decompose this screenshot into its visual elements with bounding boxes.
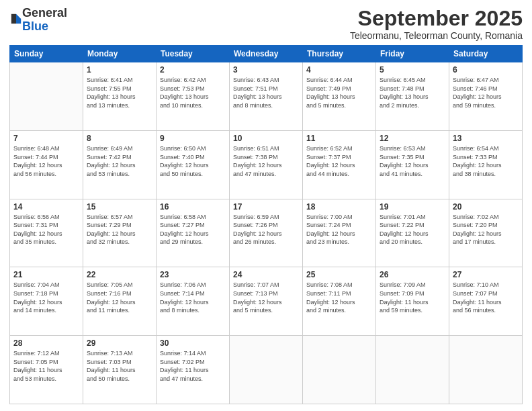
day-number: 10 [233,134,299,143]
table-row: 14Sunrise: 6:56 AM Sunset: 7:31 PM Dayli… [10,199,83,267]
month-title: September 2025 [350,7,523,30]
calendar-table: Sunday Monday Tuesday Wednesday Thursday… [9,45,523,404]
day-number: 28 [13,338,79,348]
day-number: 17 [233,202,299,212]
day-number: 7 [13,134,79,143]
logo-blue: Blue [22,19,48,33]
svg-marker-1 [16,19,21,24]
day-number: 6 [453,65,519,75]
table-row: 17Sunrise: 6:59 AM Sunset: 7:26 PM Dayli… [230,199,303,267]
table-row [449,336,523,404]
day-number: 29 [87,338,152,348]
day-info: Sunrise: 6:41 AM Sunset: 7:55 PM Dayligh… [87,76,152,109]
table-row: 7Sunrise: 6:48 AM Sunset: 7:44 PM Daylig… [10,130,83,199]
svg-marker-0 [16,14,21,19]
day-number: 4 [306,65,372,75]
day-info: Sunrise: 6:51 AM Sunset: 7:38 PM Dayligh… [233,144,299,178]
day-number: 25 [306,270,372,279]
day-info: Sunrise: 7:01 AM Sunset: 7:22 PM Dayligh… [380,213,445,246]
day-number: 3 [233,65,299,75]
table-row [303,336,376,404]
day-number: 16 [160,202,226,212]
table-row [376,336,449,404]
day-info: Sunrise: 6:45 AM Sunset: 7:48 PM Dayligh… [380,76,445,109]
calendar-week-0: 1Sunrise: 6:41 AM Sunset: 7:55 PM Daylig… [10,62,523,131]
day-info: Sunrise: 7:09 AM Sunset: 7:09 PM Dayligh… [380,281,445,314]
day-info: Sunrise: 6:54 AM Sunset: 7:33 PM Dayligh… [453,144,519,178]
title-block: September 2025 Teleormanu, Teleorman Cou… [350,7,523,41]
day-info: Sunrise: 6:48 AM Sunset: 7:44 PM Dayligh… [13,144,79,178]
logo-general: General [22,6,67,19]
table-row: 27Sunrise: 7:10 AM Sunset: 7:07 PM Dayli… [449,267,523,336]
table-row: 16Sunrise: 6:58 AM Sunset: 7:27 PM Dayli… [157,199,230,267]
day-info: Sunrise: 7:10 AM Sunset: 7:07 PM Dayligh… [453,281,519,314]
table-row: 18Sunrise: 7:00 AM Sunset: 7:24 PM Dayli… [303,199,376,267]
table-row: 10Sunrise: 6:51 AM Sunset: 7:38 PM Dayli… [230,130,303,199]
table-row: 22Sunrise: 7:05 AM Sunset: 7:16 PM Dayli… [83,267,157,336]
table-row: 8Sunrise: 6:49 AM Sunset: 7:42 PM Daylig… [83,130,157,199]
day-info: Sunrise: 7:06 AM Sunset: 7:14 PM Dayligh… [160,281,226,314]
table-row: 5Sunrise: 6:45 AM Sunset: 7:48 PM Daylig… [376,62,449,131]
day-info: Sunrise: 6:57 AM Sunset: 7:29 PM Dayligh… [87,213,152,246]
day-number: 12 [380,134,445,143]
table-row: 21Sunrise: 7:04 AM Sunset: 7:18 PM Dayli… [10,267,83,336]
day-number: 8 [87,134,152,143]
day-info: Sunrise: 6:59 AM Sunset: 7:26 PM Dayligh… [233,213,299,246]
day-number: 22 [87,270,152,279]
day-info: Sunrise: 7:02 AM Sunset: 7:20 PM Dayligh… [453,213,519,246]
day-info: Sunrise: 7:04 AM Sunset: 7:18 PM Dayligh… [13,281,79,314]
calendar-week-2: 14Sunrise: 6:56 AM Sunset: 7:31 PM Dayli… [10,199,523,267]
col-thursday: Thursday [303,46,376,62]
page: General Blue September 2025 Teleormanu, … [0,0,532,411]
calendar-week-3: 21Sunrise: 7:04 AM Sunset: 7:18 PM Dayli… [10,267,523,336]
day-info: Sunrise: 7:08 AM Sunset: 7:11 PM Dayligh… [306,281,372,314]
table-row: 13Sunrise: 6:54 AM Sunset: 7:33 PM Dayli… [449,130,523,199]
day-info: Sunrise: 6:47 AM Sunset: 7:46 PM Dayligh… [453,76,519,109]
col-tuesday: Tuesday [157,46,230,62]
day-number: 21 [13,270,79,279]
table-row: 25Sunrise: 7:08 AM Sunset: 7:11 PM Dayli… [303,267,376,336]
table-row: 2Sunrise: 6:42 AM Sunset: 7:53 PM Daylig… [157,62,230,131]
table-row: 11Sunrise: 6:52 AM Sunset: 7:37 PM Dayli… [303,130,376,199]
day-info: Sunrise: 6:56 AM Sunset: 7:31 PM Dayligh… [13,213,79,246]
table-row: 1Sunrise: 6:41 AM Sunset: 7:55 PM Daylig… [83,62,157,131]
day-info: Sunrise: 6:58 AM Sunset: 7:27 PM Dayligh… [160,213,226,246]
day-number: 9 [160,134,226,143]
table-row: 30Sunrise: 7:14 AM Sunset: 7:02 PM Dayli… [157,336,230,404]
day-info: Sunrise: 6:43 AM Sunset: 7:51 PM Dayligh… [233,76,299,109]
day-number: 2 [160,65,226,75]
table-row: 4Sunrise: 6:44 AM Sunset: 7:49 PM Daylig… [303,62,376,131]
table-row: 12Sunrise: 6:53 AM Sunset: 7:35 PM Dayli… [376,130,449,199]
calendar-header-row: Sunday Monday Tuesday Wednesday Thursday… [10,46,523,62]
day-info: Sunrise: 6:52 AM Sunset: 7:37 PM Dayligh… [306,144,372,178]
table-row: 28Sunrise: 7:12 AM Sunset: 7:05 PM Dayli… [10,336,83,404]
day-info: Sunrise: 6:53 AM Sunset: 7:35 PM Dayligh… [380,144,445,178]
table-row: 6Sunrise: 6:47 AM Sunset: 7:46 PM Daylig… [449,62,523,131]
calendar-week-4: 28Sunrise: 7:12 AM Sunset: 7:05 PM Dayli… [10,336,523,404]
day-info: Sunrise: 7:00 AM Sunset: 7:24 PM Dayligh… [306,213,372,246]
table-row: 20Sunrise: 7:02 AM Sunset: 7:20 PM Dayli… [449,199,523,267]
table-row [230,336,303,404]
day-number: 30 [160,338,226,348]
col-monday: Monday [83,46,157,62]
calendar-week-1: 7Sunrise: 6:48 AM Sunset: 7:44 PM Daylig… [10,130,523,199]
svg-marker-2 [11,14,16,24]
table-row: 23Sunrise: 7:06 AM Sunset: 7:14 PM Dayli… [157,267,230,336]
table-row: 9Sunrise: 6:50 AM Sunset: 7:40 PM Daylig… [157,130,230,199]
location-title: Teleormanu, Teleorman County, Romania [350,30,523,41]
day-number: 18 [306,202,372,212]
col-wednesday: Wednesday [230,46,303,62]
day-info: Sunrise: 7:07 AM Sunset: 7:13 PM Dayligh… [233,281,299,314]
header: General Blue September 2025 Teleormanu, … [9,7,523,41]
table-row: 26Sunrise: 7:09 AM Sunset: 7:09 PM Dayli… [376,267,449,336]
logo-icon [10,13,22,25]
day-number: 5 [380,65,445,75]
day-number: 14 [13,202,79,212]
day-number: 26 [380,270,445,279]
logo-text: General Blue [22,7,67,34]
logo: General Blue [9,7,67,34]
col-saturday: Saturday [449,46,523,62]
day-number: 27 [453,270,519,279]
day-number: 15 [87,202,152,212]
table-row [10,62,83,131]
